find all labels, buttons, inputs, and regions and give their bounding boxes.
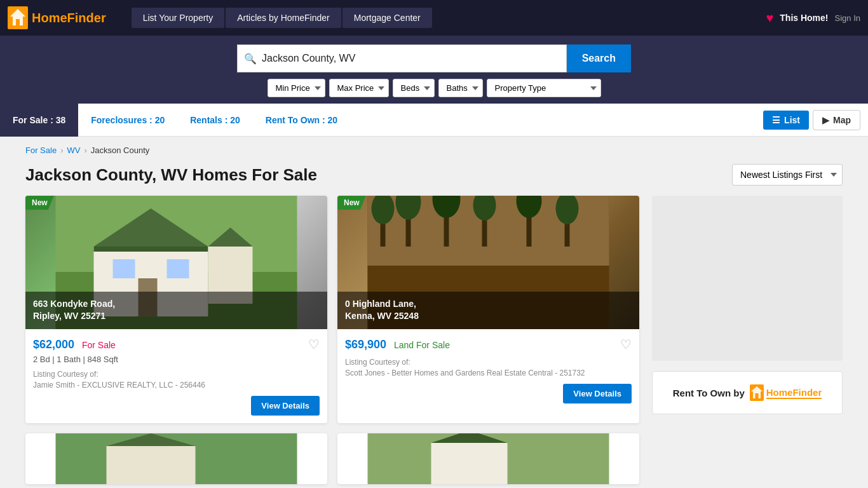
min-price-select[interactable]: Min Price [268,79,325,97]
list-icon: ☰ [772,115,780,125]
page-title: Jackson County, WV Homes For Sale [25,165,317,185]
nav-list-property[interactable]: List Your Property [132,8,225,28]
card-price-row-2: $69,900 Land For Sale ♡ [345,337,632,352]
tab-rent-to-own[interactable]: Rent To Own : 20 [253,104,350,137]
favorite-button-2[interactable]: ♡ [620,337,632,352]
card-footer-1: View Details [33,396,320,416]
house-svg-4 [337,433,639,484]
sort-select[interactable]: Newest Listings First Price: Low to High… [732,164,843,186]
listing-card-4 [337,433,639,484]
page-title-row: Jackson County, WV Homes For Sale Newest… [13,159,855,196]
svg-rect-9 [167,259,189,278]
search-input[interactable] [262,53,560,64]
filter-row: Min Price Max Price Beds Baths Property … [268,79,601,97]
card-courtesy-1: Listing Courtesy of: Jamie Smith - EXCLU… [33,369,320,391]
search-area: 🔍 Search Min Price Max Price Beds Baths … [0,36,868,104]
listings-grid: New 663 Kondyke Road, Ripley, WV 25271 $… [25,196,639,423]
nav-articles[interactable]: Articles by HomeFinder [226,8,341,28]
search-icon: 🔍 [244,53,257,65]
view-details-button-1[interactable]: View Details [251,396,320,416]
address-line1-2: 0 Highland Lane, [345,298,632,311]
search-row: 🔍 Search [237,44,631,72]
map-view-label: Map [833,115,851,125]
house-svg-3 [25,433,327,484]
sidebar-ad [652,196,843,361]
card-status-2: Land For Sale [394,340,450,350]
card-body-2: $69,900 Land For Sale ♡ Listing Courtesy… [337,329,639,411]
card-address-1: 663 Kondyke Road, Ripley, WV 25271 [25,292,327,329]
card-body-1: $62,000 For Sale ♡ 2 Bd | 1 Bath | 848 S… [25,329,327,423]
listing-image-3[interactable] [25,433,327,484]
breadcrumb-current: Jackson County [91,146,150,155]
svg-rect-29 [107,446,196,484]
svg-rect-32 [431,443,508,484]
baths-select[interactable]: Baths [438,79,483,97]
listings-grid-row2 [25,433,639,484]
beds-select[interactable]: Beds [393,79,435,97]
card-price-2: $69,900 [345,338,386,351]
rto-label: Rent To Own by [673,388,745,398]
breadcrumb-wv[interactable]: WV [67,146,80,155]
listing-image-1[interactable]: New 663 Kondyke Road, Ripley, WV 25271 [25,196,327,329]
nav-right: ♥ This Home! Sign In [766,11,860,25]
card-price-status-1: $62,000 For Sale [33,338,116,351]
listing-card-1: New 663 Kondyke Road, Ripley, WV 25271 $… [25,196,327,423]
search-button[interactable]: Search [567,44,631,72]
rto-logo[interactable]: HomeFinder [750,384,822,401]
tab-for-sale[interactable]: For Sale : 38 [0,104,78,137]
address-line1-1: 663 Kondyke Road, [33,298,320,311]
view-toggle: ☰ List ▶ Map [763,110,868,130]
listings-area: New 663 Kondyke Road, Ripley, WV 25271 $… [25,196,639,488]
logo[interactable]: HomeFinder [8,6,106,29]
heart-icon: ♥ [766,11,773,25]
logo-icon [8,6,28,29]
card-price-1: $62,000 [33,338,74,351]
search-input-wrap: 🔍 [237,44,567,72]
view-details-button-2[interactable]: View Details [563,384,632,403]
list-view-label: List [784,115,800,125]
listing-card-2: New 0 Highland Lane, Kenna, WV 25248 $69… [337,196,639,423]
this-home-button[interactable]: This Home! [780,13,828,23]
map-icon: ▶ [822,115,829,125]
rto-logo-text: HomeFinder [766,387,822,399]
address-line2-1: Ripley, WV 25271 [33,310,320,323]
card-price-row-1: $62,000 For Sale ♡ [33,337,320,352]
sidebar: Rent To Own by HomeFinder [652,196,843,488]
address-line2-2: Kenna, WV 25248 [345,310,632,323]
tab-rentals[interactable]: Rentals : 20 [177,104,253,137]
listing-image-4[interactable] [337,433,639,484]
breadcrumb-sep-1: › [60,146,63,155]
card-details-1: 2 Bd | 1 Bath | 848 Sqft [33,355,320,364]
favorite-button-1[interactable]: ♡ [308,337,320,352]
main-content: New 663 Kondyke Road, Ripley, WV 25271 $… [13,196,855,488]
breadcrumb: For Sale › WV › Jackson County [13,137,855,159]
property-type-select[interactable]: Property Type Single Family Condo Townho… [487,79,601,97]
max-price-select[interactable]: Max Price [329,79,389,97]
nav-links: List Your Property Articles by HomeFinde… [132,8,766,28]
svg-rect-36 [755,393,758,398]
navbar: HomeFinder List Your Property Articles b… [0,0,868,36]
sign-in-link[interactable]: Sign In [835,13,860,23]
breadcrumb-sep-2: › [84,146,86,155]
sidebar-rto: Rent To Own by HomeFinder [652,371,843,414]
listing-card-3 [25,433,327,484]
card-status-1: For Sale [82,340,116,350]
card-courtesy-2: Listing Courtesy of: Scott Jones - Bette… [345,357,632,379]
tab-bar: For Sale : 38 Foreclosures : 20 Rentals … [0,104,868,137]
logo-text: HomeFinder [32,11,106,25]
svg-rect-2 [16,19,20,25]
listing-image-2[interactable]: New 0 Highland Lane, Kenna, WV 25248 [337,196,639,329]
tab-foreclosures[interactable]: Foreclosures : 20 [78,104,177,137]
list-view-button[interactable]: ☰ List [763,111,809,130]
card-footer-2: View Details [345,384,632,403]
rto-logo-icon [750,384,764,401]
card-address-2: 0 Highland Lane, Kenna, WV 25248 [337,292,639,329]
map-view-button[interactable]: ▶ Map [813,110,860,130]
nav-mortgage[interactable]: Mortgage Center [342,8,432,28]
card-price-status-2: $69,900 Land For Sale [345,338,450,351]
svg-rect-8 [113,259,135,278]
svg-rect-7 [94,247,208,252]
breadcrumb-for-sale[interactable]: For Sale [25,146,57,155]
